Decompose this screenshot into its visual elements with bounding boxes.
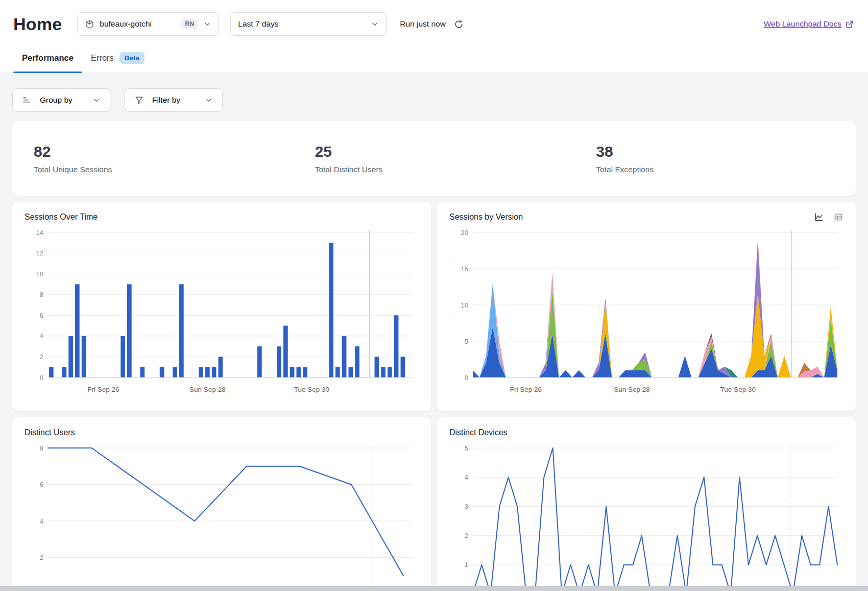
svg-text:0: 0 [40, 374, 43, 382]
filter-by-label: Filter by [152, 96, 198, 105]
svg-text:Fri Sep 26: Fri Sep 26 [87, 386, 119, 393]
svg-text:15: 15 [461, 265, 468, 273]
tab-bar: Performance Errors Beta [13, 47, 854, 73]
svg-text:8: 8 [40, 444, 43, 452]
svg-text:0: 0 [465, 374, 468, 382]
tab-errors-label: Errors [91, 53, 114, 63]
beta-badge: Beta [119, 52, 144, 64]
table-view-toggle[interactable] [833, 212, 843, 222]
stat-value: 38 [596, 143, 856, 160]
sessions-by-version-card: Sessions by Version [437, 202, 856, 411]
stat-total-unique-sessions: 82 Total Unique Sessions [12, 143, 294, 174]
svg-text:Fri Sep 26: Fri Sep 26 [510, 386, 542, 393]
stat-total-exceptions: 38 Total Exceptions [574, 143, 856, 174]
svg-text:5: 5 [465, 444, 468, 452]
svg-text:Sun Sep 28: Sun Sep 28 [189, 386, 226, 393]
table-icon [833, 212, 843, 222]
package-cube-icon [85, 19, 94, 29]
web-launchpad-docs-link[interactable]: Web Launchpad Docs [764, 19, 854, 29]
stat-total-distinct-users: 25 Total Distinct Users [294, 143, 575, 174]
app-selector-value: bufeaux-gotchi [100, 19, 152, 29]
chart-view-toggle[interactable] [814, 212, 824, 222]
svg-text:Sun Sep 28: Sun Sep 28 [614, 386, 650, 393]
svg-text:1: 1 [465, 561, 468, 569]
refresh-icon [454, 19, 464, 29]
window-bottom-edge [0, 586, 868, 591]
docs-link-label: Web Launchpad Docs [764, 19, 841, 29]
chevron-down-icon [371, 20, 379, 28]
app-selector-dropdown[interactable]: bufeaux-gotchi RN [77, 12, 219, 36]
tab-errors[interactable]: Errors Beta [82, 47, 153, 73]
svg-text:Tue Sep 30: Tue Sep 30 [294, 386, 329, 393]
svg-text:4: 4 [40, 517, 43, 525]
svg-text:10: 10 [461, 301, 468, 309]
sessions-over-time-card: Sessions Over Time 02468101214Fri Sep 26… [12, 202, 431, 411]
stat-value: 82 [34, 143, 294, 160]
filter-by-dropdown[interactable]: Filter by [125, 88, 223, 112]
date-range-dropdown[interactable]: Last 7 days [230, 12, 387, 36]
svg-text:8: 8 [40, 291, 43, 298]
svg-text:6: 6 [40, 312, 43, 319]
chart-title: Distinct Devices [449, 428, 508, 437]
refresh-button[interactable] [453, 18, 465, 30]
svg-text:Tue Sep 30: Tue Sep 30 [720, 386, 756, 393]
svg-text:3: 3 [465, 503, 468, 510]
distinct-users-chart: 2468 [25, 441, 419, 591]
stat-label: Total Exceptions [596, 165, 856, 174]
group-by-dropdown[interactable]: Group by [12, 88, 110, 112]
stat-value: 25 [315, 143, 575, 160]
svg-text:2: 2 [465, 532, 468, 539]
svg-text:6: 6 [40, 481, 43, 488]
svg-text:2: 2 [40, 353, 43, 361]
svg-text:20: 20 [461, 229, 468, 237]
funnel-icon [134, 96, 144, 105]
run-just-now-label: Run just now [400, 19, 446, 29]
svg-text:5: 5 [465, 338, 468, 345]
sort-lines-icon [22, 96, 32, 105]
stat-label: Total Distinct Users [315, 165, 575, 174]
distinct-devices-card: Distinct Devices 12345 [437, 417, 856, 591]
chevron-down-icon [92, 96, 101, 104]
chart-title: Sessions by Version [449, 212, 523, 222]
chevron-down-icon [203, 20, 211, 28]
platform-badge: RN [181, 19, 198, 29]
stat-label: Total Unique Sessions [34, 165, 294, 174]
sessions-over-time-chart: 02468101214Fri Sep 26Sun Sep 28Tue Sep 3… [25, 225, 419, 401]
chart-title: Distinct Users [25, 428, 75, 437]
svg-text:10: 10 [36, 270, 43, 278]
distinct-devices-chart: 12345 [449, 441, 843, 591]
distinct-users-card: Distinct Users 2468 [12, 417, 431, 591]
page-header: Home bufeaux-gotchi RN Last 7 days Run j… [0, 0, 868, 73]
svg-text:12: 12 [36, 249, 43, 257]
page-title: Home [13, 14, 62, 34]
active-tab-underline [13, 72, 82, 73]
svg-text:14: 14 [36, 229, 43, 237]
svg-text:4: 4 [465, 474, 468, 481]
chevron-down-icon [205, 96, 213, 104]
svg-text:4: 4 [40, 332, 43, 340]
tab-performance[interactable]: Performance [13, 47, 82, 73]
line-chart-icon [814, 212, 824, 222]
group-by-label: Group by [40, 96, 85, 105]
external-link-icon [845, 20, 854, 29]
tab-performance-label: Performance [22, 53, 74, 63]
sessions-by-version-chart: 05101520Fri Sep 26Sun Sep 28Tue Sep 30 [449, 225, 843, 401]
svg-text:2: 2 [40, 554, 43, 561]
summary-stats-card: 82 Total Unique Sessions 25 Total Distin… [12, 121, 856, 196]
chart-title: Sessions Over Time [25, 212, 98, 222]
date-range-value: Last 7 days [238, 19, 278, 29]
